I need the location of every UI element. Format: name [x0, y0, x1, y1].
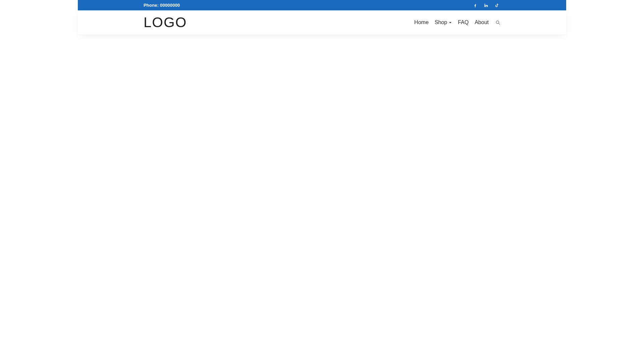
tiktok-icon[interactable]	[494, 3, 499, 8]
svg-line-1	[498, 23, 500, 24]
nav-label: FAQ	[458, 19, 469, 25]
chevron-down-icon	[449, 19, 452, 25]
main-nav: Home Shop FAQ About	[414, 19, 500, 25]
svg-point-0	[496, 21, 499, 23]
topbar: Phone: 00000000	[78, 0, 566, 10]
nav-home[interactable]: Home	[414, 19, 429, 25]
nav-faq[interactable]: FAQ	[458, 19, 469, 25]
search-button[interactable]	[495, 20, 500, 25]
nav-label: Shop	[435, 19, 447, 25]
nav-shop[interactable]: Shop	[435, 19, 452, 25]
page-content	[78, 35, 566, 236]
nav-label: About	[475, 19, 489, 25]
phone-label: Phone: 00000000	[144, 3, 180, 8]
linkedin-icon[interactable]	[484, 3, 488, 8]
facebook-icon[interactable]	[473, 3, 478, 8]
search-icon	[495, 20, 500, 25]
nav-label: Home	[414, 19, 429, 25]
header: LOGO Home Shop FAQ About	[78, 10, 566, 35]
site-logo[interactable]: LOGO	[144, 15, 187, 29]
social-links	[473, 3, 499, 8]
nav-about[interactable]: About	[475, 19, 489, 25]
